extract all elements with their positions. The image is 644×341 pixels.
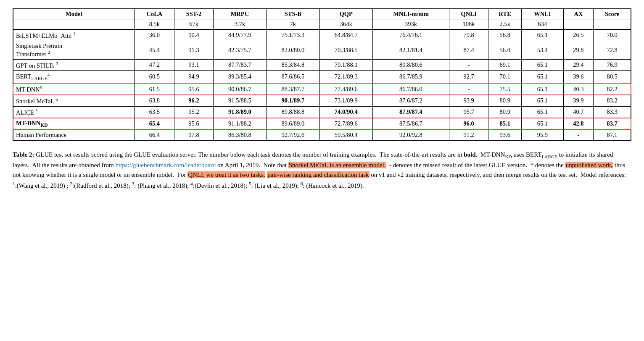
cell: 79.8 (449, 29, 488, 41)
cell: 85.1 (488, 118, 522, 130)
col-sst2: SST-2 (174, 9, 213, 19)
cell: 65.1 (522, 83, 563, 95)
cell: 89.3/85.4 (213, 71, 266, 83)
cell: 64.8/84.7 (319, 29, 372, 41)
cell: 65.4 (135, 118, 174, 130)
col-mrpc: MRPC (213, 9, 266, 19)
cell: 87.9/87.4 (372, 106, 449, 118)
col-stsb-sub: 7k (267, 19, 319, 30)
header-row-2: 8.5k 67k 3.7k 7k 364k 393k 108k 2.5k 634 (13, 19, 631, 30)
cell: 87.6/87.2 (372, 95, 449, 106)
cell: 87.6/86.5 (267, 71, 319, 83)
model-name: ALICE * (13, 106, 135, 118)
cell: 76.4/76.1 (372, 29, 449, 41)
model-name: BERTLARGE4 (13, 71, 135, 83)
cell: 91.1/88.2 (213, 118, 266, 130)
cell: 82.0/80.0 (267, 41, 319, 59)
model-name: MT-DNNKD (13, 118, 135, 130)
cell: 39.9 (563, 95, 594, 106)
cell: 92.7 (449, 71, 488, 83)
cell: 85.3/84.8 (267, 59, 319, 71)
cell: 70.1/88.1 (319, 59, 372, 71)
table-row: BiLSTM+ELMo+Attn 1 36.0 90.4 84.9/77.9 7… (13, 29, 631, 41)
highlight-qnli: QNLI, we treat it as two tasks, (187, 171, 265, 178)
model-name: GPT on STILTs 3 (13, 59, 135, 71)
cell: 89.8/88.8 (267, 106, 319, 118)
table-row: GPT on STILTs 3 47.2 93.1 87.7/83.7 85.3… (13, 59, 631, 71)
cell: 74.0/90.4 (319, 106, 372, 118)
col-ax: AX (563, 9, 594, 19)
cell: 56.8 (488, 29, 522, 41)
table-row-mtdnn: MT-DNN5 61.5 95.6 90.0/86.7 88.3/87.7 72… (13, 83, 631, 95)
table-row: Snorkel MeTaL 6 63.8 96.2 91.5/88.5 90.1… (13, 95, 631, 106)
cell: 87.4 (449, 41, 488, 59)
cell: 93.6 (488, 130, 522, 140)
cell: 72.8 (594, 41, 631, 59)
cell: 56.0 (488, 41, 522, 59)
cell: 94.9 (174, 71, 213, 83)
cell: 83.3 (594, 106, 631, 118)
cell: 95.2 (174, 106, 213, 118)
cell: 80.9 (488, 106, 522, 118)
cell: 95.6 (174, 83, 213, 95)
cell: 92.0/92.8 (372, 130, 449, 140)
highlight-pairwise: pair-wise ranking and classification tas… (267, 171, 369, 178)
table-row: ALICE * 63.5 95.2 91.8/89.0 89.8/88.8 74… (13, 106, 631, 118)
cell: 63.5 (135, 106, 174, 118)
cell: 69.1 (488, 59, 522, 71)
cell: - (449, 83, 488, 95)
col-ax-sub (563, 19, 594, 30)
cell: 87.7/83.7 (213, 59, 266, 71)
cell: 59.5/80.4 (319, 130, 372, 140)
cell: 76.9 (594, 59, 631, 71)
cell: 91.8/89.0 (213, 106, 266, 118)
cell: - (563, 130, 594, 140)
col-rte-sub: 2.5k (488, 19, 522, 30)
cell: 91.2 (449, 130, 488, 140)
cell: 96.0 (449, 118, 488, 130)
cell: 61.5 (135, 83, 174, 95)
cell: 75.5 (488, 83, 522, 95)
cell: 82.1/81.4 (372, 41, 449, 59)
cell: 84.9/77.9 (213, 29, 266, 41)
col-stsb: STS-B (267, 9, 319, 19)
caption-label: Table 2: (13, 151, 34, 158)
col-qnli: QNLI (449, 9, 488, 19)
col-model-sub (13, 19, 135, 30)
model-name: Singletask PretrainTransformer 2 (13, 41, 135, 59)
cell: 90.0/86.7 (213, 83, 266, 95)
cell: 87.1 (594, 130, 631, 140)
cell: 91.5/88.5 (213, 95, 266, 106)
cell: 93.9 (449, 95, 488, 106)
cell: 83.2 (594, 95, 631, 106)
col-mnli: MNLI-m/mm (372, 9, 449, 19)
col-rte: RTE (488, 9, 522, 19)
cell: 90.1/89.7 (267, 95, 319, 106)
header-row-1: Model CoLA SST-2 MRPC STS-B QQP MNLI-m/m… (13, 9, 631, 19)
cell: 72.4/89.6 (319, 83, 372, 95)
col-model: Model (13, 9, 135, 19)
main-container: Model CoLA SST-2 MRPC STS-B QQP MNLI-m/m… (13, 8, 631, 191)
cell: 65.1 (522, 59, 563, 71)
col-cola: CoLA (135, 9, 174, 19)
cell: 29.4 (563, 59, 594, 71)
cell: 65.1 (522, 106, 563, 118)
cell: 29.8 (563, 41, 594, 59)
cell: 97.8 (174, 130, 213, 140)
cell: 60.5 (135, 71, 174, 83)
cell: 91.3 (174, 41, 213, 59)
glue-results-table: Model CoLA SST-2 MRPC STS-B QQP MNLI-m/m… (13, 8, 631, 141)
model-name: MT-DNN5 (13, 83, 135, 95)
cell: 86.7/85.9 (372, 71, 449, 83)
caption-text: Table 2: GLUE test set results scored us… (13, 150, 631, 191)
cell: 88.3/87.7 (267, 83, 319, 95)
cell: 89.6/89.0 (267, 118, 319, 130)
col-qqp-sub: 364k (319, 19, 372, 30)
col-wnli-sub: 634 (522, 19, 563, 30)
cell: 36.0 (135, 29, 174, 41)
cell: 47.2 (135, 59, 174, 71)
glue-link[interactable]: https://gluebenchmark.com/leaderboard (116, 162, 216, 168)
cell: 40.3 (563, 83, 594, 95)
cell: 63.8 (135, 95, 174, 106)
cell: 65.1 (522, 71, 563, 83)
